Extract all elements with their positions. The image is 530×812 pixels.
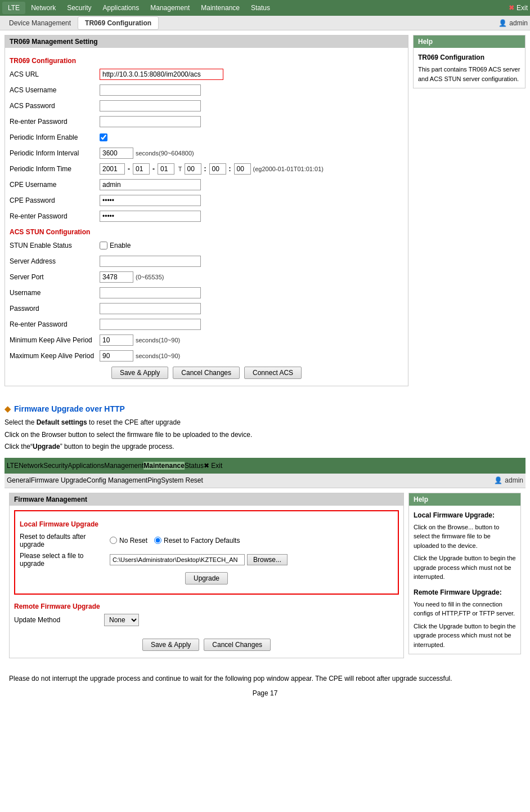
- time-min-input[interactable]: [209, 163, 226, 175]
- time-sec-input[interactable]: [234, 163, 251, 175]
- periodic-inform-time-row: Periodic Inform Time - - T : : (eg2000: [10, 163, 403, 175]
- fw-sub-firmware-upgrade[interactable]: Firmware Upgrade: [31, 476, 87, 484]
- nav-item-management[interactable]: Management: [145, 2, 195, 14]
- acs-password-label: ACS Password: [10, 102, 100, 110]
- local-fw-box: Local Firmware Upgrade Reset to defaults…: [14, 510, 399, 595]
- stun-password-input[interactable]: [100, 303, 201, 314]
- fw-sub-system-reset[interactable]: System Reset: [161, 476, 203, 484]
- stun-server-address-input[interactable]: [100, 256, 201, 267]
- default-settings-bold: Default settings: [37, 418, 87, 426]
- time-sep-3: :: [204, 165, 206, 173]
- fw-nav-security[interactable]: Security: [43, 462, 68, 470]
- fw-sub-ping[interactable]: Ping: [147, 476, 161, 484]
- acs-username-input[interactable]: [100, 84, 201, 96]
- cpe-username-input[interactable]: [100, 179, 201, 190]
- periodic-inform-enable-row: Periodic Inform Enable: [10, 131, 403, 144]
- periodic-inform-enable-label: Periodic Inform Enable: [10, 133, 100, 141]
- stun-enable-label: STUN Enable Status: [10, 242, 100, 249]
- exit-button[interactable]: ✖ Exit: [509, 4, 528, 12]
- fw-nav-network[interactable]: Network: [19, 462, 43, 470]
- right-panel: Help TR069 Configuration This part conta…: [413, 35, 525, 391]
- stun-max-keepalive-hint: seconds(10~90): [136, 353, 180, 359]
- fw-help-local-title: Local Firmware Upgrade:: [414, 510, 516, 520]
- acs-url-value: [100, 69, 403, 80]
- firmware-desc-1: Select the Default settings to reset the…: [5, 417, 525, 429]
- help-title: TR069 Configuration: [418, 52, 520, 63]
- stun-max-keepalive-label: Maximum Keep Alive Period: [10, 352, 100, 360]
- sub-nav-tr069-config[interactable]: TR069 Configuration: [78, 16, 159, 30]
- fw-sub-general[interactable]: General: [7, 476, 31, 484]
- sub-nav-device-management[interactable]: Device Management: [2, 17, 78, 29]
- cpe-reenter-password-label: Re-enter Password: [10, 212, 100, 220]
- time-sep-2: -: [152, 165, 155, 173]
- save-apply-button[interactable]: Save & Apply: [111, 367, 168, 379]
- nav-item-applications[interactable]: Applications: [97, 2, 145, 14]
- connect-acs-button[interactable]: Connect ACS: [244, 367, 302, 379]
- help-box: Help TR069 Configuration This part conta…: [413, 35, 525, 88]
- fw-nav-maintenance[interactable]: Maintenance: [143, 462, 185, 470]
- file-path-input[interactable]: [110, 554, 245, 565]
- periodic-inform-checkbox[interactable]: [100, 133, 107, 141]
- acs-reenter-password-input[interactable]: [100, 116, 201, 127]
- firmware-right-panel: Help Local Firmware Upgrade: Click on th…: [408, 493, 521, 663]
- file-input-row: Browse...: [110, 554, 288, 565]
- browse-button[interactable]: Browse...: [247, 554, 288, 565]
- stun-password-label: Password: [10, 305, 100, 313]
- cpe-reenter-password-input[interactable]: [100, 211, 201, 222]
- periodic-inform-enable-value: [100, 133, 403, 141]
- cpe-password-input[interactable]: [100, 195, 201, 206]
- fw-nav-lte[interactable]: LTE: [7, 462, 19, 470]
- stun-password-value: [100, 303, 403, 314]
- fw-help-header: Help: [409, 493, 520, 506]
- acs-password-input[interactable]: [100, 100, 201, 111]
- time-sep-4: :: [229, 165, 231, 173]
- fw-exit-button[interactable]: ✖ Exit: [204, 462, 222, 470]
- firmware-nav-bar: LTE Network Security Applications Manage…: [5, 458, 525, 474]
- fw-help-box: Help Local Firmware Upgrade: Click on th…: [408, 493, 521, 655]
- stun-min-keepalive-input[interactable]: [100, 334, 133, 346]
- nav-item-network[interactable]: Network: [25, 2, 61, 14]
- sub-nav-bar: Device Management TR069 Configuration 👤 …: [0, 16, 530, 30]
- acs-reenter-password-label: Re-enter Password: [10, 118, 100, 126]
- nav-item-security[interactable]: Security: [61, 2, 97, 14]
- fw-nav-management[interactable]: Management: [104, 462, 143, 470]
- stun-enable-checkbox[interactable]: [100, 242, 107, 249]
- fw-nav-status[interactable]: Status: [185, 462, 204, 470]
- fw-save-apply-button[interactable]: Save & Apply: [142, 639, 199, 651]
- stun-username-input[interactable]: [100, 287, 201, 298]
- help-desc: This part contains TR069 ACS server and …: [418, 65, 520, 83]
- stun-server-port-input[interactable]: [100, 271, 133, 283]
- acs-reenter-password-row: Re-enter Password: [10, 115, 403, 128]
- time-month-input[interactable]: [133, 163, 150, 175]
- cancel-changes-button[interactable]: Cancel Changes: [173, 367, 240, 379]
- time-sep-1: -: [128, 165, 130, 173]
- factory-reset-radio[interactable]: [154, 537, 161, 544]
- fw-help-remote-desc2: Click the Upgrade button to begin the up…: [414, 622, 516, 650]
- time-day-input[interactable]: [158, 163, 174, 175]
- acs-url-input[interactable]: [100, 69, 223, 80]
- update-method-select[interactable]: None HTTP FTP TFTP: [104, 614, 139, 626]
- firmware-outer: ◆ Firmware Upgrade over HTTP Select the …: [0, 395, 530, 704]
- periodic-inform-interval-row: Periodic Inform Interval seconds(90~6048…: [10, 147, 403, 159]
- firmware-desc-2: Click on the Browser button to select th…: [5, 429, 525, 441]
- upgrade-button[interactable]: Upgrade: [185, 572, 228, 585]
- factory-reset-label[interactable]: Reset to Factory Defaults: [154, 537, 240, 545]
- nav-item-status[interactable]: Status: [245, 2, 276, 14]
- stun-enable-check-label: Enable: [110, 242, 131, 249]
- tr069-section-body: TR069 Configuration ACS URL ACS Username: [5, 48, 408, 386]
- no-reset-label[interactable]: No Reset: [110, 537, 147, 545]
- stun-reenter-password-label: Re-enter Password: [10, 320, 100, 328]
- stun-max-keepalive-input[interactable]: [100, 350, 133, 362]
- time-year-input[interactable]: [100, 163, 125, 175]
- nav-item-lte[interactable]: LTE: [2, 2, 25, 14]
- fw-nav-applications[interactable]: Applications: [68, 462, 105, 470]
- periodic-inform-interval-input[interactable]: [100, 148, 133, 159]
- fw-cancel-changes-button[interactable]: Cancel Changes: [204, 639, 271, 651]
- no-reset-radio[interactable]: [110, 537, 117, 544]
- firmware-title-text: Firmware Upgrade over HTTP: [14, 404, 125, 413]
- time-hint: (eg2000-01-01T01:01:01): [253, 166, 324, 172]
- nav-item-maintenance[interactable]: Maintenance: [195, 2, 245, 14]
- stun-reenter-password-input[interactable]: [100, 319, 201, 330]
- fw-sub-config-management[interactable]: Config Management: [87, 476, 147, 484]
- time-hour-input[interactable]: [185, 163, 201, 175]
